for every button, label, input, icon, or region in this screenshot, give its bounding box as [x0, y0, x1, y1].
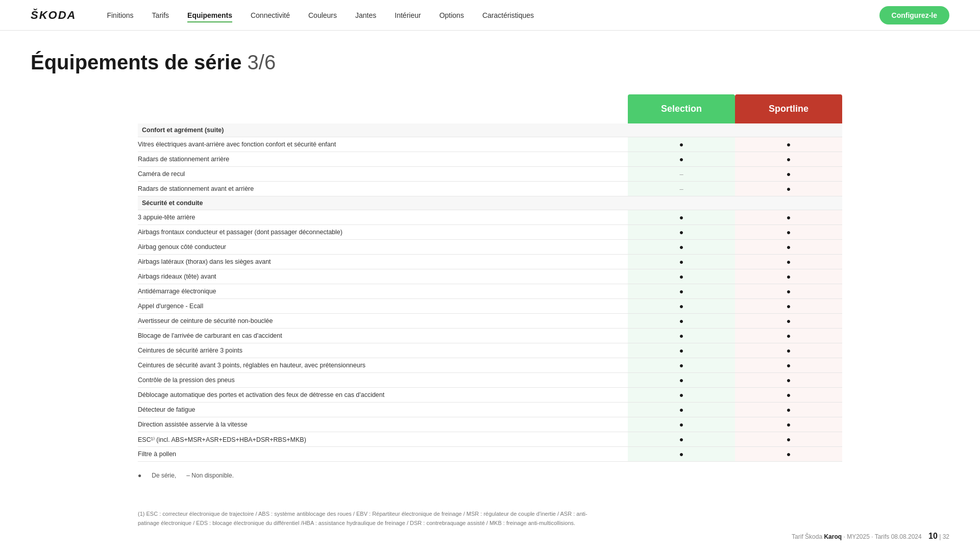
cell-selection: ●	[628, 284, 735, 299]
cell-sportline: ●	[735, 299, 842, 314]
table-row: Blocage de l'arrivée de carburant en cas…	[138, 329, 842, 343]
legend-bullet-icon: ●	[138, 472, 141, 479]
nav-equipements[interactable]: Equipements	[187, 11, 232, 22]
cell-sportline: ●	[735, 358, 842, 373]
bullet-icon: ●	[787, 332, 791, 340]
nav-finitions[interactable]: Finitions	[107, 11, 133, 21]
table-row: Filtre à pollen●●	[138, 447, 842, 462]
bullet-icon: ●	[787, 317, 791, 325]
feature-name: Blocage de l'arrivée de carburant en cas…	[138, 329, 628, 343]
nav-links: Finitions Tarifs Equipements Connectivit…	[107, 11, 879, 19]
legend: ● De série, – Non disponible.	[138, 472, 842, 479]
table-row: Caméra de recul–●	[138, 167, 842, 182]
bullet-icon: ●	[787, 213, 791, 221]
feature-name: Contrôle de la pression des pneus	[138, 373, 628, 388]
bullet-icon: ●	[787, 376, 791, 384]
feature-name: Ceintures de sécurité arrière 3 points	[138, 343, 628, 358]
footer-model: Karoq	[824, 533, 842, 540]
cell-sportline: ●	[735, 447, 842, 462]
feature-name: ESC¹⁾ (incl. ABS+MSR+ASR+EDS+HBA+DSR+RBS…	[138, 432, 628, 447]
feature-name: Airbag genoux côté conducteur	[138, 240, 628, 255]
page-footer: Tarif Škoda Karoq · MY2025 · Tarifs 08.0…	[792, 532, 949, 541]
bullet-icon: ●	[679, 302, 683, 310]
cell-sportline: ●	[735, 225, 842, 240]
bullet-icon: ●	[787, 302, 791, 310]
bullet-icon: ●	[679, 243, 683, 251]
cell-selection: ●	[628, 329, 735, 343]
footnote: (1) ESC : correcteur électronique de tra…	[138, 510, 597, 528]
table-row: Airbags latéraux (thorax) dans les siège…	[138, 255, 842, 269]
bullet-icon: ●	[787, 243, 791, 251]
table-row: Radars de stationnement arrière●●	[138, 152, 842, 167]
cell-sportline: ●	[735, 182, 842, 196]
bullet-icon: ●	[787, 185, 791, 193]
cell-sportline: ●	[735, 284, 842, 299]
table-container: Selection Sportline Confort et agrément …	[138, 94, 842, 528]
bullet-icon: ●	[679, 435, 683, 443]
feature-name: Vitres électriques avant-arrière avec fo…	[138, 137, 628, 152]
feature-name: Ceintures de sécurité avant 3 points, ré…	[138, 358, 628, 373]
equipment-table: Confort et agrément (suite)Vitres électr…	[138, 123, 842, 462]
nav-tarifs[interactable]: Tarifs	[152, 11, 169, 21]
cell-sportline: ●	[735, 388, 842, 403]
cell-selection: ●	[628, 432, 735, 447]
section-header-1: Sécurité et conduite	[138, 196, 842, 210]
nav-options[interactable]: Options	[439, 11, 464, 21]
feature-name: Appel d'urgence - Ecall	[138, 299, 628, 314]
cell-selection: ●	[628, 299, 735, 314]
bullet-icon: ●	[679, 346, 683, 355]
table-row: Direction assistée asservie à la vitesse…	[138, 417, 842, 432]
logo: ŠKODA	[31, 9, 76, 22]
bullet-icon: ●	[787, 258, 791, 266]
cell-selection: ●	[628, 388, 735, 403]
table-row: Ceintures de sécurité arrière 3 points●●	[138, 343, 842, 358]
cell-selection: –	[628, 167, 735, 182]
bullet-icon: ●	[679, 317, 683, 325]
nav-interieur[interactable]: Intérieur	[395, 11, 421, 21]
table-row: 3 appuie-tête arrière●●	[138, 210, 842, 225]
feature-name: Détecteur de fatigue	[138, 403, 628, 417]
table-row: Vitres électriques avant-arrière avec fo…	[138, 137, 842, 152]
cell-sportline: ●	[735, 432, 842, 447]
bullet-icon: ●	[679, 420, 683, 429]
feature-name: 3 appuie-tête arrière	[138, 210, 628, 225]
table-row: Airbags rideaux (tête) avant●●	[138, 269, 842, 284]
configurez-button[interactable]: Configurez-le	[879, 6, 949, 24]
bullet-icon: ●	[679, 140, 683, 148]
feature-name: Avertisseur de ceinture de sécurité non-…	[138, 314, 628, 329]
cell-sportline: ●	[735, 255, 842, 269]
cell-sportline: ●	[735, 329, 842, 343]
table-row: Contrôle de la pression des pneus●●	[138, 373, 842, 388]
cell-selection: ●	[628, 417, 735, 432]
feature-name: Radars de stationnement avant et arrière	[138, 182, 628, 196]
bullet-icon: ●	[787, 140, 791, 148]
footer-date: Tarifs 08.08.2024	[875, 533, 922, 540]
nav-jantes[interactable]: Jantes	[355, 11, 376, 21]
cell-selection: ●	[628, 240, 735, 255]
table-row: Airbags frontaux conducteur et passager …	[138, 225, 842, 240]
cell-sportline: ●	[735, 417, 842, 432]
table-row: Antidémarrage électronique●●	[138, 284, 842, 299]
section-header-0: Confort et agrément (suite)	[138, 123, 842, 137]
table-row: Appel d'urgence - Ecall●●	[138, 299, 842, 314]
cell-sportline: ●	[735, 343, 842, 358]
column-headers: Selection Sportline	[138, 94, 842, 123]
footer-page-total: 32	[943, 533, 949, 540]
bullet-icon: ●	[679, 376, 683, 384]
cell-sportline: ●	[735, 167, 842, 182]
cell-selection: ●	[628, 358, 735, 373]
col-header-selection: Selection	[628, 94, 735, 123]
bullet-icon: ●	[679, 272, 683, 281]
bullet-icon: ●	[787, 272, 791, 281]
cell-selection: ●	[628, 403, 735, 417]
cell-sportline: ●	[735, 373, 842, 388]
bullet-icon: ●	[787, 391, 791, 399]
nav-couleurs[interactable]: Couleurs	[308, 11, 337, 21]
nav-caracteristiques[interactable]: Caractéristiques	[482, 11, 534, 21]
bullet-icon: ●	[787, 450, 791, 458]
cell-selection: ●	[628, 373, 735, 388]
nav-connectivite[interactable]: Connectivité	[251, 11, 290, 21]
bullet-icon: ●	[787, 155, 791, 163]
col-header-sportline: Sportline	[735, 94, 842, 123]
bullet-icon: ●	[679, 332, 683, 340]
